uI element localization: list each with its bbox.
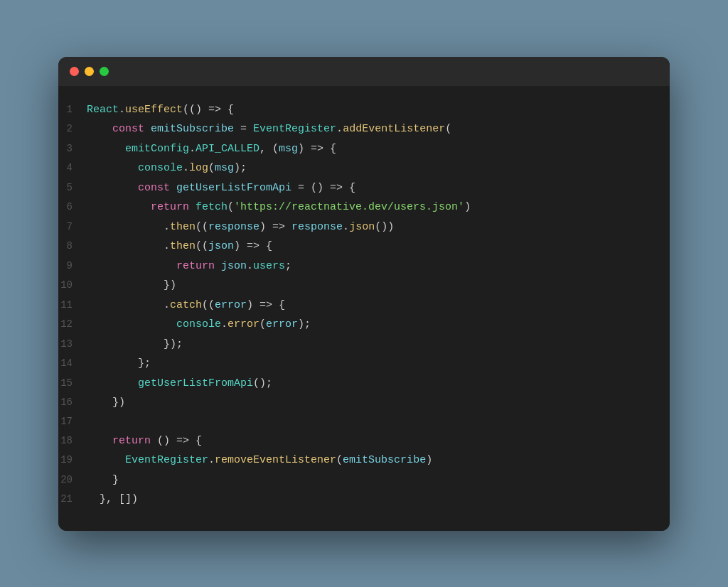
line-number: 14 (58, 355, 87, 372)
line-content: .catch((error) => { (87, 296, 285, 315)
code-line: 13 }); (58, 335, 670, 355)
code-line: 2 const emitSubscribe = EventRegister.ad… (58, 119, 670, 139)
code-line: 5 const getUserListFromApi = () => { (58, 178, 670, 198)
minimize-button[interactable] (85, 67, 94, 76)
line-content: const emitSubscribe = EventRegister.addE… (87, 120, 451, 139)
line-content: return () => { (87, 432, 202, 451)
code-line: 8 .then((json) => { (58, 237, 670, 257)
line-content: React.useEffect(() => { (87, 101, 234, 119)
code-line: 9 return json.users; (58, 257, 670, 276)
line-content: }, []) (87, 490, 138, 509)
line-number: 5 (58, 180, 87, 197)
title-bar (58, 57, 670, 86)
line-number: 20 (58, 472, 87, 489)
code-line: 19 EventRegister.removeEventListener(emi… (58, 451, 670, 470)
line-number: 18 (58, 433, 87, 450)
code-line: 7 .then((response) => response.json()) (58, 217, 670, 237)
code-line: 15 getUserListFromApi(); (58, 374, 670, 394)
line-content: console.error(error); (87, 316, 311, 334)
line-content: }) (87, 276, 176, 295)
line-number: 8 (58, 238, 87, 255)
code-line: 11 .catch((error) => { (58, 296, 670, 316)
line-content: emitConfig.API_CALLED, (msg) => { (87, 140, 336, 158)
line-number: 7 (58, 219, 87, 236)
code-line: 6 return fetch('https://reactnative.dev/… (58, 198, 670, 217)
line-number: 16 (58, 394, 87, 411)
line-content: }) (87, 394, 125, 412)
line-number: 12 (58, 316, 87, 333)
line-number: 10 (58, 277, 87, 294)
line-number: 17 (58, 414, 87, 431)
line-number: 9 (58, 258, 87, 275)
line-number: 1 (58, 102, 87, 119)
line-content: }; (87, 355, 151, 373)
code-line: 21 }, []) (58, 490, 670, 510)
line-number: 6 (58, 199, 87, 216)
code-line: 16 }) (58, 393, 670, 413)
code-line: 17 (58, 413, 670, 431)
code-line: 10 }) (58, 276, 670, 296)
code-line: 3 emitConfig.API_CALLED, (msg) => { (58, 139, 670, 159)
line-number: 19 (58, 452, 87, 469)
maximize-button[interactable] (100, 67, 109, 76)
line-content: console.log(msg); (87, 159, 247, 178)
line-content: const getUserListFromApi = () => { (87, 179, 355, 198)
line-number: 2 (58, 121, 87, 138)
line-number: 3 (58, 141, 87, 158)
code-line: 18 return () => { (58, 431, 670, 451)
line-content: .then((response) => response.json()) (87, 218, 394, 237)
code-window: 1React.useEffect(() => {2 const emitSubs… (58, 57, 670, 531)
close-button[interactable] (70, 67, 79, 76)
line-number: 13 (58, 336, 87, 353)
line-number: 11 (58, 297, 87, 314)
line-content: getUserListFromApi(); (87, 375, 272, 393)
line-content: return json.users; (87, 257, 291, 276)
line-content: } (87, 471, 119, 490)
line-content: .then((json) => { (87, 237, 272, 256)
line-number: 4 (58, 160, 87, 177)
code-editor: 1React.useEffect(() => {2 const emitSubs… (58, 86, 670, 531)
code-line: 4 console.log(msg); (58, 158, 670, 178)
line-number: 15 (58, 375, 87, 392)
code-line: 1React.useEffect(() => { (58, 100, 670, 120)
code-line: 20 } (58, 470, 670, 490)
line-content: return fetch('https://reactnative.dev/us… (87, 198, 471, 217)
line-content: EventRegister.removeEventListener(emitSu… (87, 451, 432, 470)
line-content: }); (87, 335, 183, 354)
code-line: 12 console.error(error); (58, 315, 670, 335)
line-number: 21 (58, 491, 87, 508)
code-line: 14 }; (58, 354, 670, 374)
